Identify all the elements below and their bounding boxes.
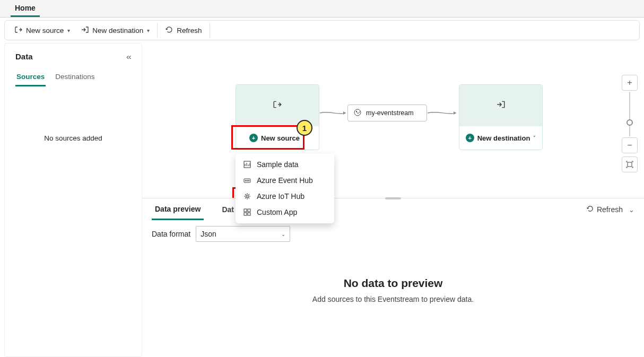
- svg-rect-9: [248, 209, 250, 212]
- separator: [157, 23, 158, 38]
- svg-rect-8: [244, 209, 247, 212]
- canvas-wrap: + New source ˄ 1 my-eventstream: [142, 43, 644, 357]
- sidebar-tab-sources[interactable]: Sources: [15, 69, 46, 86]
- svg-point-1: [356, 111, 357, 112]
- format-value: Json: [201, 230, 216, 238]
- resize-grip[interactable]: [385, 197, 401, 199]
- menu-item-sample-data[interactable]: Sample data: [236, 156, 334, 172]
- svg-rect-10: [244, 213, 247, 215]
- toolbar: New source ▾ New destination ▾ Refresh: [4, 20, 640, 40]
- chevron-down-icon: ▾: [147, 28, 150, 33]
- arrow-1: [319, 109, 349, 117]
- zoom-controls: + −: [622, 75, 638, 172]
- format-row: Data format Json ⌄: [142, 221, 644, 250]
- no-data-block: No data to preview Add sources to this E…: [142, 277, 644, 303]
- top-nav: Home: [0, 0, 644, 18]
- new-source-node-label: New source: [261, 134, 300, 142]
- svg-point-6: [248, 180, 249, 181]
- tab-home[interactable]: Home: [11, 4, 40, 17]
- eventstream-node[interactable]: my-eventstream: [347, 105, 427, 121]
- new-source-label: New source: [26, 27, 64, 34]
- canvas[interactable]: + New source ˄ 1 my-eventstream: [142, 43, 644, 198]
- zoom-out-button[interactable]: −: [622, 137, 638, 153]
- sidebar-tabs: Sources Destinations: [15, 69, 131, 86]
- plus-circle-icon: +: [466, 134, 474, 142]
- sample-data-icon: [243, 161, 251, 168]
- event-hub-icon: [243, 177, 251, 184]
- chevron-down-icon: ▾: [67, 28, 70, 33]
- chevron-up-icon: ˄: [303, 135, 306, 141]
- preview-refresh-button[interactable]: Refresh: [586, 205, 623, 214]
- refresh-label: Refresh: [177, 27, 202, 34]
- stream-icon: [353, 108, 362, 118]
- source-in-icon: [273, 100, 282, 112]
- no-data-subtitle: Add sources to this Eventstream to previ…: [142, 295, 644, 303]
- svg-rect-12: [628, 162, 632, 167]
- iot-hub-icon: [243, 193, 251, 200]
- menu-item-azure-event-hub[interactable]: Azure Event Hub: [236, 172, 334, 188]
- sidebar-title: Data: [15, 52, 33, 61]
- svg-point-5: [247, 180, 248, 181]
- preview-panel: Data preview Dat Refresh ⌄ Data format J…: [142, 198, 644, 357]
- source-node: + New source ˄: [236, 84, 319, 150]
- sidebar-empty-text: No sources added: [15, 134, 131, 142]
- menu-label: Custom App: [257, 208, 297, 216]
- preview-tabs: Data preview Dat Refresh ⌄: [142, 198, 644, 221]
- plus-circle-icon: +: [249, 134, 258, 142]
- chevron-down-icon[interactable]: ⌄: [629, 206, 634, 214]
- destination-out-icon: [81, 25, 89, 36]
- new-destination-label: New destination: [92, 27, 143, 34]
- preview-refresh-label: Refresh: [597, 205, 623, 214]
- svg-point-0: [354, 109, 361, 116]
- data-format-select[interactable]: Json ⌄: [196, 226, 290, 242]
- zoom-thumb[interactable]: [626, 119, 633, 126]
- destination-node-icon-area: [459, 85, 542, 126]
- toolbar-container: New source ▾ New destination ▾ Refresh: [0, 18, 644, 43]
- annotation-badge-1: 1: [297, 120, 312, 136]
- chevron-down-icon: ˅: [533, 135, 536, 141]
- new-destination-node-label: New destination: [477, 134, 530, 142]
- new-source-button[interactable]: New source ▾: [9, 22, 75, 39]
- source-in-icon: [14, 25, 23, 36]
- menu-label: Azure Event Hub: [257, 176, 313, 185]
- sidebar-tab-destinations[interactable]: Destinations: [54, 69, 95, 86]
- refresh-button[interactable]: Refresh: [160, 22, 207, 39]
- main-area: Data « Sources Destinations No sources a…: [0, 43, 644, 357]
- refresh-icon: [586, 205, 594, 214]
- new-destination-node-button[interactable]: + New destination ˅: [459, 126, 542, 150]
- refresh-icon: [165, 25, 173, 36]
- collapse-sidebar-icon[interactable]: «: [126, 53, 132, 61]
- format-label: Data format: [152, 230, 190, 238]
- svg-point-4: [245, 180, 246, 181]
- new-source-menu: Sample data Azure Event Hub Azure IoT Hu…: [236, 153, 334, 223]
- svg-rect-11: [248, 213, 250, 215]
- fit-to-screen-button[interactable]: [622, 156, 638, 172]
- data-sidebar: Data « Sources Destinations No sources a…: [4, 43, 142, 357]
- tab-data-insights-cut[interactable]: Dat: [219, 200, 237, 219]
- destination-node: + New destination ˅: [459, 84, 543, 150]
- separator: [210, 23, 210, 38]
- svg-point-7: [246, 195, 248, 197]
- eventstream-name: my-eventstream: [366, 109, 414, 117]
- chevron-down-icon: ⌄: [281, 231, 285, 237]
- menu-item-azure-iot-hub[interactable]: Azure IoT Hub: [236, 188, 334, 204]
- zoom-in-button[interactable]: +: [622, 75, 638, 91]
- arrow-2: [427, 109, 460, 117]
- new-destination-button[interactable]: New destination ▾: [75, 22, 155, 39]
- zoom-slider[interactable]: [629, 92, 630, 136]
- tab-data-preview[interactable]: Data preview: [152, 199, 204, 220]
- destination-out-icon: [496, 100, 506, 112]
- custom-app-icon: [243, 208, 251, 216]
- no-data-title: No data to preview: [142, 277, 644, 290]
- menu-label: Azure IoT Hub: [257, 192, 304, 201]
- menu-item-custom-app[interactable]: Custom App: [236, 204, 334, 220]
- menu-label: Sample data: [257, 160, 299, 169]
